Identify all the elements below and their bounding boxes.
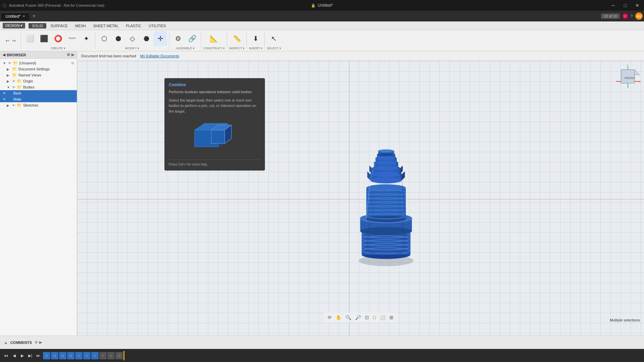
construct-tools: 📐 [207, 31, 221, 46]
extrude-button[interactable]: ⬛ [37, 31, 51, 46]
tree-item-named-views[interactable]: ▶ 📁 Named Views [0, 72, 77, 78]
orbit-button[interactable]: ⟳ [326, 314, 333, 321]
timeline-start-button[interactable]: ⏮ [3, 352, 9, 359]
timeline-item-6[interactable]: ○ [83, 352, 91, 359]
timeline-item-9[interactable]: ○ [107, 352, 115, 359]
tree-item-male[interactable]: 👁 Male [0, 96, 77, 102]
add-tab-button[interactable]: + [30, 12, 38, 20]
view-cube[interactable]: FRONT Z X [614, 63, 641, 90]
timeline-prev-button[interactable]: ◀ [11, 352, 17, 359]
sweep-button[interactable]: 〰 [65, 31, 79, 46]
notification-badge[interactable]: 1 [623, 13, 628, 19]
press-pull-icon: ⬡ [101, 35, 107, 42]
mode-bar: DESIGN ▾ SOLID SURFACE MESH SHEET METAL … [0, 21, 644, 30]
insert-tools: ⬇ [249, 31, 262, 46]
construct-plane-button[interactable]: 📐 [207, 31, 221, 46]
svg-point-18 [360, 227, 412, 235]
tree-item-sketches[interactable]: ▶ 👁 📁 Sketches [0, 102, 77, 108]
tree-expand-doc[interactable]: ▶ [7, 67, 11, 71]
timeline-play-button[interactable]: ▶ [19, 352, 25, 359]
timeline-end-button[interactable]: ⏭ [35, 352, 42, 359]
tree-expand-bodies[interactable]: ▼ [7, 85, 11, 89]
browser-tree: ▼ 👁 📁 (Unsaved) ⚙ ▶ 📁 Document Settings … [0, 59, 77, 336]
insert-button[interactable]: ⬇ [249, 31, 262, 46]
select-button[interactable]: ↖ [267, 31, 281, 46]
settings-icon-root[interactable]: ⚙ [71, 61, 74, 65]
revolve-button[interactable]: ⭕ [51, 31, 65, 46]
utilities-mode-button[interactable]: UTILITIES [145, 23, 169, 28]
tree-item-root[interactable]: ▼ 👁 📁 (Unsaved) ⚙ [0, 60, 77, 66]
tab-close-btn[interactable]: ✕ [22, 14, 25, 18]
timeline-item-7[interactable]: ○ [91, 352, 99, 359]
mesh-mode-button[interactable]: MESH [72, 23, 89, 28]
close-button[interactable]: ✕ [633, 1, 641, 9]
pan-button[interactable]: ✋ [334, 314, 343, 321]
inspect-button[interactable]: 📏 [230, 31, 244, 46]
loft-button[interactable]: ✦ [79, 31, 93, 46]
multiple-selections-label: Multiple selections [610, 318, 640, 322]
timeline-item-8[interactable]: ○ [99, 352, 107, 359]
tree-expand-views[interactable]: ▶ [7, 73, 11, 77]
combine-button[interactable]: ✛ [154, 31, 167, 46]
timeline-item-5[interactable]: ○ [75, 352, 83, 359]
undo-button[interactable]: ↩ [5, 37, 10, 44]
as-built-joint-button[interactable]: 🔗 [185, 31, 199, 46]
chamfer-button[interactable]: ◇ [125, 31, 139, 46]
eye-icon-origin[interactable]: 👁 [12, 79, 15, 83]
plastic-mode-button[interactable]: PLASTIC [122, 23, 145, 28]
browser-settings-icon[interactable]: ⚙ [67, 53, 70, 57]
timeline-item-2[interactable]: □ [51, 352, 58, 359]
timeline-item-1[interactable]: □ [43, 352, 50, 359]
sep6 [247, 32, 247, 49]
eye-icon-male[interactable]: 👁 [3, 98, 6, 101]
tree-expand-origin[interactable]: ▶ [7, 79, 11, 83]
eye-icon-sketches[interactable]: 👁 [12, 104, 15, 107]
maximize-button[interactable]: □ [621, 1, 629, 9]
joint-button[interactable]: ⚙ [171, 31, 185, 46]
fillet-button[interactable]: ⬢ [111, 31, 125, 46]
tree-item-bodies[interactable]: ▼ 👁 📁 Bodies [0, 84, 77, 90]
editable-docs-link[interactable]: My Editable Documents [140, 54, 179, 58]
timeline-marker[interactable] [123, 351, 124, 360]
active-tab[interactable]: Untitled* ✕ [1, 12, 29, 20]
timeline-next-button[interactable]: ▶| [27, 352, 34, 359]
viewport[interactable]: Document limit has been reached My Edita… [77, 51, 644, 336]
browser-collapse-icon[interactable]: ◀ [3, 53, 5, 57]
tree-expand-sketches[interactable]: ▶ [7, 104, 11, 107]
zoom-button[interactable]: 🔍 [344, 314, 353, 321]
effects-button[interactable]: ⬜ [378, 314, 387, 321]
press-pull-button[interactable]: ⬡ [97, 31, 111, 46]
eye-icon-barb[interactable]: 👁 [3, 92, 6, 95]
display-mode-button[interactable]: □ [372, 314, 377, 321]
sheet-metal-mode-button[interactable]: SHEET METAL [90, 23, 122, 28]
assemble-group: ⚙ 🔗 ASSEMBLE ▾ [171, 31, 199, 50]
comments-expand-icon[interactable]: ▶ [39, 340, 42, 345]
create-label: CREATE ▾ [23, 47, 93, 50]
comments-settings-icon[interactable]: ⚙ [35, 340, 38, 345]
insert-label: INSERT ▾ [249, 47, 262, 50]
redo-button[interactable]: ↪ [11, 37, 17, 44]
new-component-button[interactable]: ⬜ [23, 31, 37, 46]
solid-mode-button[interactable]: SOLID [29, 23, 46, 28]
grid-button[interactable]: ⊞ [388, 314, 395, 321]
surface-mode-button[interactable]: SURFACE [47, 23, 71, 28]
help-button[interactable]: ? [631, 14, 633, 18]
comments-collapse-icon[interactable]: ▲ [4, 341, 8, 345]
fit-button[interactable]: ⊡ [364, 314, 370, 321]
tree-expand-root[interactable]: ▼ [3, 61, 7, 65]
shell-button[interactable]: ⬣ [140, 31, 153, 46]
timeline-item-10[interactable]: ⬡ [115, 352, 123, 359]
design-mode-button[interactable]: DESIGN ▾ [3, 23, 25, 28]
eye-icon-root[interactable]: 👁 [8, 61, 11, 65]
timeline-item-3[interactable]: □ [59, 352, 66, 359]
browser-expand-icon[interactable]: ▶ [71, 53, 74, 57]
tree-item-doc-settings[interactable]: ▶ 📁 Document Settings [0, 66, 77, 72]
tree-item-origin[interactable]: ▶ 👁 📁 Origin [0, 78, 77, 84]
svg-point-50 [377, 157, 395, 160]
user-avatar[interactable]: AU [635, 12, 643, 20]
zoom-out-button[interactable]: 🔎 [354, 314, 362, 321]
timeline-item-4[interactable]: □ [67, 352, 74, 359]
tree-item-barb[interactable]: 👁 Barb [0, 90, 77, 96]
minimize-button[interactable]: ─ [609, 1, 617, 9]
eye-icon-bodies[interactable]: 👁 [12, 85, 15, 89]
